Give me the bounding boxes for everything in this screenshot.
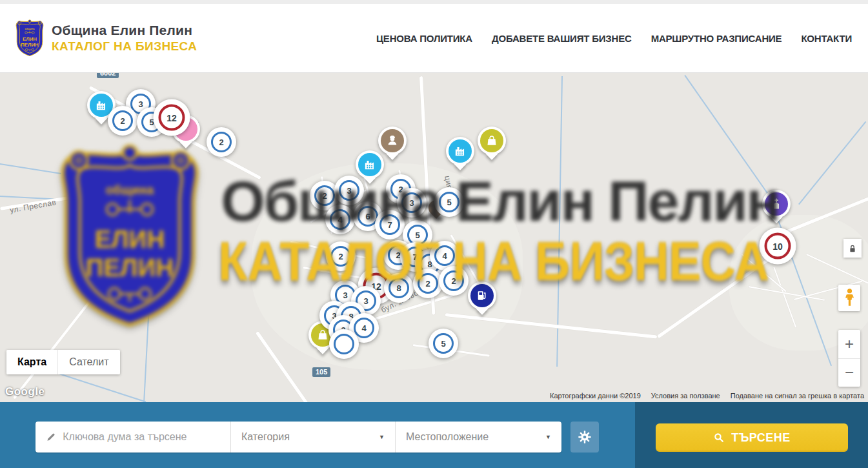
cluster-marker[interactable]: 3 [334, 176, 364, 205]
cluster-count: 5 [433, 333, 454, 354]
nav-add-business[interactable]: ДОБАВЕТЕ ВАШИЯТ БИЗНЕС [492, 33, 632, 44]
search-icon [713, 432, 725, 443]
watermark-crest-logo: община ЕЛИН ПЕЛИН [53, 140, 207, 332]
zoom-control: + − [838, 330, 860, 387]
water-line [798, 121, 866, 205]
svg-text:ЕЛИН: ЕЛИН [95, 225, 165, 253]
map-type-satellite-button[interactable]: Сателит [57, 350, 119, 374]
gear-icon [578, 430, 592, 444]
cluster-count: 12 [159, 105, 185, 131]
cluster-marker[interactable]: 4 [325, 205, 355, 234]
cluster-marker[interactable]: 2 [439, 266, 469, 296]
worker-pin[interactable] [378, 127, 407, 155]
cluster-count: 4 [354, 318, 374, 338]
main-nav: ЦЕНОВА ПОЛИТИКА ДОБАВЕТЕ ВАШИЯТ БИЗНЕС М… [376, 33, 852, 44]
road-line [13, 281, 106, 400]
svg-text:ПЕЛИН: ПЕЛИН [86, 254, 174, 281]
cluster-count: 3 [401, 192, 422, 213]
factory-pin[interactable] [356, 150, 384, 179]
report-error-link[interactable]: Подаване на сигнал за грешка в картата [731, 392, 864, 400]
cluster-marker[interactable]: 8 [384, 273, 414, 303]
brand[interactable]: община ЕЛИН ПЕЛИН Община Елин Пелин КАТА… [14, 18, 197, 58]
cluster-count: 2 [211, 132, 232, 152]
water-line [557, 76, 563, 367]
lock-button[interactable] [843, 239, 862, 258]
location-select[interactable]: Местоположение ▼ [395, 422, 561, 453]
street-name-label: ул. Преслав [9, 198, 57, 214]
cluster-marker[interactable]: 5 [434, 187, 464, 217]
nav-pricing[interactable]: ЦЕНОВА ПОЛИТИКА [376, 33, 472, 44]
chevron-down-icon: ▼ [379, 434, 385, 440]
keyword-search-input[interactable] [63, 431, 220, 443]
shop-pin[interactable] [478, 127, 506, 155]
location-select-label: Местоположение [406, 431, 489, 443]
cluster-count: 3 [339, 180, 359, 201]
map-type-control: Карта Сателит [6, 350, 120, 374]
pencil-icon [46, 431, 56, 443]
pegman-icon [843, 288, 856, 308]
category-select-label: Категория [241, 431, 290, 443]
cluster-marker[interactable]: 10 [760, 228, 796, 265]
fuel-pin[interactable] [468, 281, 496, 310]
header: община ЕЛИН ПЕЛИН Община Елин Пелин КАТА… [0, 4, 868, 73]
factory-pin[interactable] [446, 137, 474, 165]
cluster-marker[interactable] [329, 329, 359, 359]
map-attribution: Картографски данни ©2019 Условия за полз… [550, 392, 864, 400]
svg-text:ЕЛИН: ЕЛИН [23, 36, 37, 42]
cluster-marker[interactable]: 3 [397, 188, 427, 218]
svg-text:ПЕЛИН: ПЕЛИН [21, 42, 39, 48]
cluster-count: 2 [112, 110, 133, 131]
chevron-down-icon: ▼ [545, 434, 551, 440]
zoom-in-button[interactable]: + [838, 330, 860, 359]
nav-contacts[interactable]: КОНТАКТИ [801, 33, 852, 44]
category-select[interactable]: Категория ▼ [230, 422, 395, 453]
advanced-search-button[interactable] [570, 422, 599, 453]
cluster-marker[interactable]: 7 [375, 210, 405, 239]
road-number-label: 6002 [97, 73, 119, 78]
search-fields: Категория ▼ Местоположение ▼ [35, 422, 561, 453]
cluster-count: 5 [439, 192, 459, 212]
lock-icon [847, 243, 858, 254]
cluster-count: 2 [443, 270, 464, 291]
municipality-crest-logo: община ЕЛИН ПЕЛИН [14, 18, 45, 58]
water-line [0, 163, 61, 174]
church-pin[interactable] [762, 190, 791, 218]
street-view-pegman[interactable] [838, 285, 860, 311]
cluster-count: 7 [379, 214, 400, 235]
cluster-marker[interactable]: 2 [108, 106, 137, 136]
map-canvas[interactable]: 6002105ул. Преславбул. „Новоселция325122… [0, 73, 868, 402]
cluster-count: 8 [389, 278, 409, 298]
cluster-count: 4 [434, 245, 455, 266]
cluster-count: 2 [418, 273, 438, 294]
water-line [140, 231, 154, 402]
svg-text:община: община [25, 27, 35, 30]
map-data-copyright: Картографски данни ©2019 [550, 392, 641, 400]
nav-bus-schedule[interactable]: МАРШРУТНО РАЗПИСАНИЕ [651, 33, 782, 44]
cluster-marker[interactable]: 12 [154, 99, 190, 136]
zoom-out-button[interactable]: − [838, 359, 860, 387]
cluster-count: 2 [330, 246, 351, 267]
keyword-section [35, 422, 230, 453]
cluster-count: 2 [314, 185, 335, 206]
cluster-count: 10 [765, 233, 791, 259]
terms-link[interactable]: Условия за ползване [651, 392, 720, 400]
google-logo[interactable]: Google [5, 385, 45, 398]
brand-title: Община Елин Пелин [52, 23, 197, 38]
cluster-marker[interactable]: 2 [326, 241, 356, 271]
cluster-marker[interactable]: 2 [413, 269, 443, 298]
cluster-marker[interactable]: 2 [207, 127, 236, 157]
road-number-label: 105 [312, 367, 330, 377]
water-line [685, 75, 771, 197]
brand-subtitle: КАТАЛОГ НА БИЗНЕСА [52, 39, 197, 54]
map-type-map-button[interactable]: Карта [6, 350, 57, 374]
cluster-count: 4 [330, 209, 350, 230]
cluster-marker[interactable]: 5 [429, 329, 458, 358]
cluster-count [334, 334, 354, 354]
search-bar: Категория ▼ Местоположение ▼ ТЪРСЕНЕ [0, 402, 868, 468]
search-button[interactable]: ТЪРСЕНЕ [656, 423, 848, 452]
search-button-label: ТЪРСЕНЕ [731, 431, 791, 445]
